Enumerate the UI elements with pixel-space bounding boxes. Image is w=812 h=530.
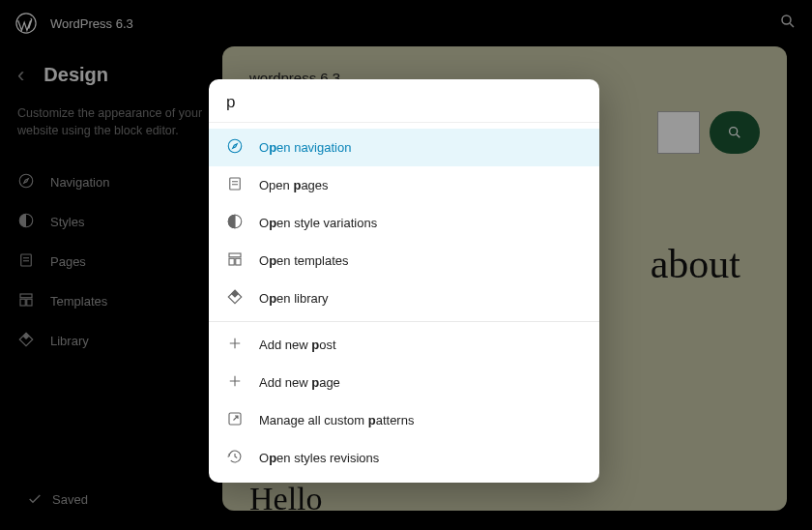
command-palette-item[interactable]: Manage all custom patterns [209, 401, 599, 439]
command-palette-item-label: Add new page [259, 375, 340, 390]
command-palette-item[interactable]: Open templates [209, 242, 599, 280]
separator [209, 321, 599, 322]
diamond-icon [226, 288, 244, 309]
command-palette-item[interactable]: Add new page [209, 364, 599, 401]
command-palette: Open navigationOpen pagesOpen style vari… [209, 79, 599, 483]
command-palette-item[interactable]: Open styles revisions [209, 439, 599, 477]
svg-rect-20 [236, 258, 241, 265]
svg-rect-18 [229, 253, 241, 257]
template-icon [226, 250, 244, 271]
command-palette-item-label: Open templates [259, 253, 349, 268]
svg-rect-19 [229, 258, 234, 265]
plus-icon [226, 372, 244, 393]
command-palette-item[interactable]: Add new post [209, 326, 599, 364]
command-palette-item-label: Open styles revisions [259, 451, 379, 465]
command-palette-item-label: Manage all custom patterns [259, 413, 414, 427]
svg-point-13 [228, 139, 242, 153]
command-palette-input[interactable] [226, 93, 582, 112]
command-palette-item-label: Open library [259, 291, 329, 306]
command-palette-item-label: Open style variations [259, 216, 377, 230]
command-palette-item[interactable]: Open library [209, 280, 599, 317]
page-icon [226, 175, 244, 195]
history-icon [226, 448, 244, 468]
command-palette-item[interactable]: Open style variations [209, 204, 599, 242]
command-palette-item-label: Add new post [259, 338, 336, 352]
plus-icon [226, 335, 244, 355]
compass-icon [226, 137, 244, 158]
command-palette-item[interactable]: Open navigation [209, 129, 599, 166]
external-icon [226, 410, 244, 430]
half-circle-icon [226, 213, 244, 233]
svg-rect-14 [230, 178, 241, 190]
command-palette-item-label: Open pages [259, 178, 329, 192]
command-palette-item-label: Open navigation [259, 140, 351, 155]
command-palette-item[interactable]: Open pages [209, 166, 599, 204]
